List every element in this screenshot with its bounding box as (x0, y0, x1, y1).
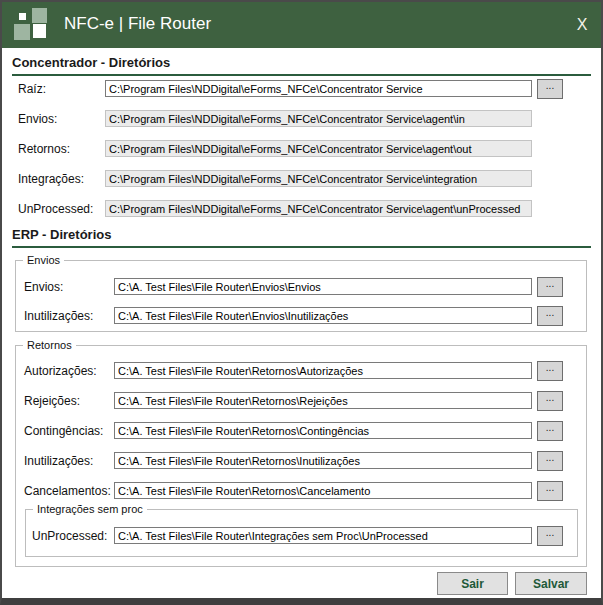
erp-envios-path-input[interactable] (114, 278, 532, 295)
erp-envios-label: Envios: (24, 279, 63, 296)
rejeicoes-browse-button[interactable]: ... (537, 391, 563, 411)
autorizacoes-browse-button[interactable]: ... (537, 361, 563, 381)
section-heading-concentrador: Concentrador - Diretórios (12, 55, 170, 70)
erp-inutilizacoes-path-input[interactable] (114, 307, 532, 324)
raiz-browse-button[interactable]: ... (537, 79, 563, 99)
unprocessed-path-readonly (105, 200, 532, 217)
window-title: NFC-e | File Router (64, 0, 211, 48)
erp-envios-browse-button[interactable]: ... (537, 277, 563, 297)
cancelamentos-browse-button[interactable]: ... (537, 481, 563, 501)
retornos-inutilizacoes-browse-button[interactable]: ... (537, 451, 563, 471)
section-heading-erp: ERP - Diretórios (12, 227, 111, 242)
contingencias-path-input[interactable] (114, 422, 532, 439)
envios-label: Envios: (18, 111, 57, 128)
raiz-label: Raíz: (18, 81, 46, 98)
retornos-label: Retornos: (18, 141, 70, 158)
contingencias-label: Contingências: (24, 423, 103, 440)
autorizacoes-label: Autorizações: (24, 363, 97, 380)
envios-path-readonly (105, 110, 532, 127)
integracoes-label: Integrações: (18, 171, 84, 188)
close-icon[interactable]: X (563, 0, 601, 48)
section-divider (12, 246, 591, 248)
cancelamentos-label: Cancelamentos: (24, 483, 111, 500)
rejeicoes-path-input[interactable] (114, 392, 532, 409)
section-divider (12, 74, 591, 76)
titlebar: NFC-e | File Router X (0, 0, 603, 48)
save-button[interactable]: Salvar (515, 572, 587, 595)
retornos-inutilizacoes-label: Inutilizações: (24, 453, 93, 470)
app-logo-icon (0, 0, 60, 48)
logo-square-icon (32, 8, 47, 23)
erp-unprocessed-path-input[interactable] (114, 527, 532, 544)
retornos-path-readonly (105, 140, 532, 157)
app-window: NFC-e | File Router X Concentrador - Dir… (0, 0, 603, 605)
exit-button[interactable]: Sair (437, 572, 508, 595)
retornos-inutilizacoes-path-input[interactable] (114, 452, 532, 469)
logo-square-icon (33, 24, 46, 38)
erp-inutilizacoes-label: Inutilizações: (24, 308, 93, 325)
autorizacoes-path-input[interactable] (114, 362, 532, 379)
unprocessed-label: UnProcessed: (18, 201, 93, 218)
contingencias-browse-button[interactable]: ... (537, 421, 563, 441)
logo-square-icon (14, 24, 30, 40)
rejeicoes-label: Rejeições: (24, 393, 80, 410)
groupbox-retornos-title: Retornos (23, 339, 76, 352)
integracoes-path-readonly (105, 170, 532, 187)
raiz-path-input[interactable] (105, 80, 532, 97)
logo-square-icon (19, 13, 26, 20)
erp-unprocessed-label: UnProcessed: (32, 528, 107, 545)
erp-inutilizacoes-browse-button[interactable]: ... (537, 306, 563, 326)
erp-unprocessed-browse-button[interactable]: ... (537, 526, 563, 546)
groupbox-integracoes-title: Integrações sem proc (33, 503, 147, 516)
groupbox-envios-title: Envios (23, 254, 64, 267)
cancelamentos-path-input[interactable] (114, 482, 532, 499)
